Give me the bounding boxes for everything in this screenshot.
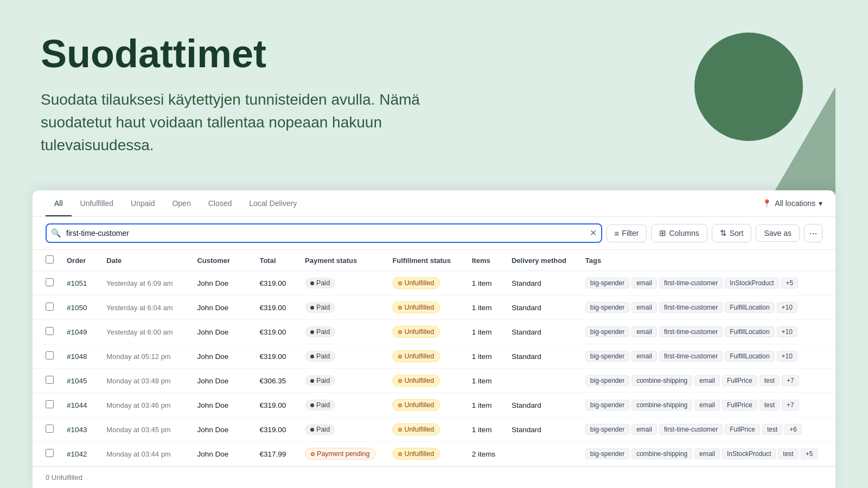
tab-local-delivery[interactable]: Local Delivery — [240, 190, 305, 216]
sort-label: Sort — [730, 229, 744, 237]
filter-icon: ≡ — [615, 229, 620, 238]
search-input[interactable] — [46, 223, 602, 243]
payment-badge: Paid — [305, 375, 335, 386]
tag: big-spender — [585, 375, 629, 386]
fulfillment-badge: Unfulfilled — [392, 423, 440, 435]
fulfillment-badge: Unfulfilled — [392, 350, 440, 362]
delivery-cell: Standard — [505, 418, 579, 442]
columns-button[interactable]: ⊞ Columns — [651, 224, 707, 242]
tag: first-time-customer — [659, 302, 723, 313]
customer-cell: John Doe — [190, 442, 253, 466]
order-link-1[interactable]: #1050 — [67, 304, 87, 312]
col-order: Order — [60, 250, 100, 271]
hero-subtitle: Suodata tilauksesi käytettyjen tunnistei… — [41, 88, 475, 157]
date-cell: Monday at 05:12 pm — [100, 344, 190, 369]
total-cell: €306.35 — [253, 369, 298, 393]
tag: big-spender — [585, 400, 629, 410]
col-tags: Tags — [579, 250, 835, 271]
col-date: Date — [100, 250, 190, 271]
table-row: #1042Monday at 03:44 pmJohn Doe€317.99Pa… — [33, 442, 835, 466]
tag: InStockProduct — [725, 278, 778, 288]
delivery-cell: Standard — [505, 320, 579, 344]
payment-status-cell: Payment pending — [298, 442, 386, 466]
order-link-2[interactable]: #1049 — [67, 328, 87, 336]
row-checkbox-4[interactable] — [46, 376, 54, 384]
row-checkbox-7[interactable] — [46, 449, 54, 457]
tab-open[interactable]: Open — [163, 190, 199, 216]
date-cell: Yesterday at 6:00 am — [100, 320, 190, 344]
tags-more: +5 — [801, 448, 818, 459]
tag: big-spender — [585, 448, 629, 459]
order-link-5[interactable]: #1044 — [67, 401, 87, 409]
locations-selector[interactable]: 📍 All locations ▾ — [762, 199, 822, 208]
tag: first-time-customer — [659, 326, 723, 337]
col-fulfillment: Fulfillment status — [386, 250, 465, 271]
tag: FullPrice — [722, 400, 757, 410]
order-link-3[interactable]: #1048 — [67, 352, 87, 361]
tab-closed[interactable]: Closed — [200, 190, 241, 216]
tag: email — [694, 375, 720, 386]
payment-status-cell: Paid — [298, 369, 386, 393]
tab-unfulfilled[interactable]: Unfulfilled — [72, 190, 122, 216]
tag: first-time-customer — [659, 424, 723, 435]
tag: big-spender — [585, 326, 629, 337]
row-checkbox-0[interactable] — [46, 278, 54, 286]
sort-button[interactable]: ⇅ Sort — [712, 224, 752, 242]
filter-button[interactable]: ≡ Filter — [607, 224, 647, 242]
tags-more: +10 — [777, 326, 797, 337]
items-cell: 1 item — [465, 271, 505, 296]
payment-status-cell: Paid — [298, 271, 386, 296]
more-options-button[interactable]: ··· — [804, 224, 822, 242]
tab-all[interactable]: All — [46, 190, 72, 216]
tag: test — [760, 375, 780, 386]
select-all-header — [33, 250, 60, 271]
row-checkbox-2[interactable] — [46, 327, 54, 335]
payment-badge: Paid — [305, 278, 335, 288]
order-link-4[interactable]: #1045 — [67, 377, 87, 385]
save-as-button[interactable]: Save as — [756, 224, 800, 242]
save-as-label: Save as — [764, 229, 792, 237]
row-checkbox-6[interactable] — [46, 425, 54, 433]
select-all-checkbox[interactable] — [46, 255, 54, 264]
date-cell: Yesterday at 6:04 am — [100, 296, 190, 320]
tags-cell: big-spenderemailfirst-time-customerFullP… — [579, 418, 835, 442]
row-checkbox-1[interactable] — [46, 303, 54, 311]
bottom-bar: 0 Unfulfilled — [33, 466, 835, 488]
fulfillment-status-cell: Unfulfilled — [386, 296, 465, 320]
fulfillment-badge: Unfulfilled — [392, 326, 440, 338]
tab-unpaid[interactable]: Unpaid — [122, 190, 163, 216]
payment-status-cell: Paid — [298, 418, 386, 442]
row-checkbox-5[interactable] — [46, 400, 54, 408]
total-cell: €319.00 — [253, 344, 298, 369]
tag: combine-shipping — [631, 448, 692, 459]
tag: test — [760, 400, 780, 410]
tag: email — [694, 448, 720, 459]
tag: big-spender — [585, 302, 629, 313]
items-cell: 1 item — [465, 296, 505, 320]
search-clear-icon[interactable]: ✕ — [590, 229, 597, 237]
locations-label: All locations — [775, 199, 815, 208]
payment-badge: Paid — [305, 424, 335, 435]
order-link-7[interactable]: #1042 — [67, 450, 87, 458]
fulfillment-status-cell: Unfulfilled — [386, 344, 465, 369]
tags-more: +7 — [782, 375, 799, 386]
filter-label: Filter — [622, 229, 639, 237]
payment-badge: Paid — [305, 326, 335, 337]
row-checkbox-3[interactable] — [46, 351, 54, 359]
main-card: All Unfulfilled Unpaid Open Closed Local… — [33, 190, 835, 488]
order-link-0[interactable]: #1051 — [67, 279, 87, 287]
orders-table: Order Date Customer Total Payment status… — [33, 250, 835, 466]
delivery-cell: Standard — [505, 296, 579, 320]
tag: FullPrice — [722, 375, 757, 386]
tag: FulfillLocation — [725, 351, 774, 362]
fulfillment-status-cell: Unfulfilled — [386, 369, 465, 393]
toolbar: 🔍 ✕ ≡ Filter ⊞ Columns ⇅ Sort Save as ··… — [33, 217, 835, 250]
customer-cell: John Doe — [190, 369, 253, 393]
delivery-cell: Standard — [505, 344, 579, 369]
date-cell: Monday at 03:46 pm — [100, 393, 190, 418]
table-row: #1050Yesterday at 6:04 amJohn Doe€319.00… — [33, 296, 835, 320]
fulfillment-status-cell: Unfulfilled — [386, 442, 465, 466]
search-icon: 🔍 — [51, 228, 61, 238]
items-cell: 1 item — [465, 344, 505, 369]
order-link-6[interactable]: #1043 — [67, 426, 87, 434]
